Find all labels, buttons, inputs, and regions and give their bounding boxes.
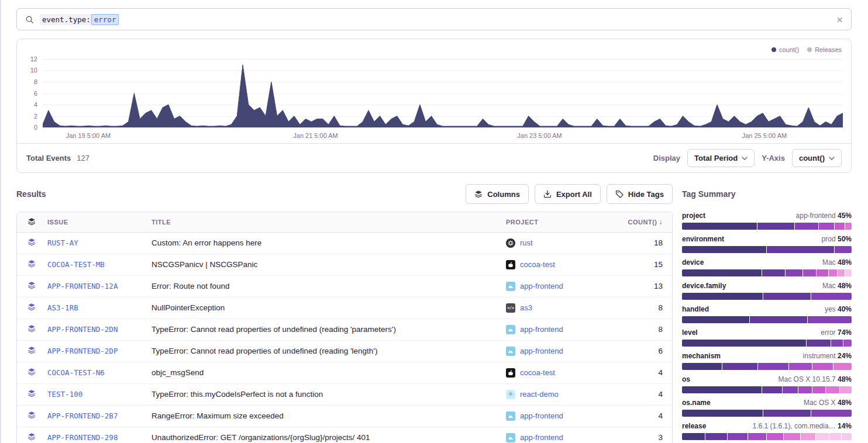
project-link[interactable]: app-frontend	[520, 411, 563, 420]
events-chart-panel: count()Releases 024681012 Jan 19 5:00 AM…	[16, 39, 852, 173]
tag-distribution-bar[interactable]	[682, 410, 852, 417]
tag-distribution-bar[interactable]	[682, 223, 852, 230]
tag-distribution-bar[interactable]	[682, 433, 852, 440]
columns-button[interactable]: Columns	[466, 184, 529, 204]
tag-bar-segment	[682, 293, 763, 300]
column-header-count[interactable]: COUNT()↓	[618, 212, 672, 232]
issue-title: TypeError: this.myCodeIsPerfect is not a…	[151, 390, 323, 399]
y-tick-label: 12	[30, 56, 37, 63]
x-tick-label: Jan 21 5:00 AM	[293, 132, 337, 139]
column-header-title[interactable]: TITLE	[142, 212, 497, 232]
project-icon	[506, 433, 515, 442]
issue-link[interactable]: APP-FRONTEND-298	[47, 433, 118, 442]
column-header-project[interactable]: PROJECT	[497, 212, 618, 232]
export-all-button[interactable]: Export All	[535, 184, 601, 204]
tag-bar-segment	[763, 410, 811, 417]
project-icon	[506, 238, 515, 248]
tag-bar-segment	[798, 386, 812, 393]
issue-title: TypeError: Cannot read properties of und…	[151, 347, 377, 355]
project-link[interactable]: cocoa-test	[520, 260, 555, 269]
project-link[interactable]: app-frontend	[520, 325, 563, 334]
x-tick-label: Jan 25 5:00 AM	[742, 132, 787, 139]
issue-link[interactable]: AS3-1RB	[47, 303, 78, 312]
issue-title: Custom: An error happens here	[151, 238, 261, 247]
issue-link[interactable]: TEST-100	[47, 390, 82, 399]
tag-distribution-bar[interactable]	[682, 340, 852, 347]
tag-name: project	[682, 212, 705, 220]
tag-bar-segment	[817, 269, 828, 276]
tag-bar-segment	[845, 223, 852, 230]
search-bar[interactable]: event.type:error ×	[16, 8, 852, 30]
hide-tags-button[interactable]: Hide Tags	[607, 184, 673, 204]
x-tick-label: Jan 19 5:00 AM	[66, 132, 111, 139]
issue-link[interactable]: COCOA-TEST-MB	[47, 260, 105, 269]
download-icon	[543, 190, 552, 198]
column-header-issue[interactable]: ISSUE	[38, 212, 142, 232]
y-axis-dropdown[interactable]: count()	[792, 149, 842, 167]
tag-bar-segment	[784, 433, 800, 440]
issue-link[interactable]: RUST-AY	[47, 238, 78, 247]
tag-top-value: yes 40%	[825, 305, 852, 313]
issue-link[interactable]: APP-FRONTEND-2DN	[47, 325, 118, 334]
search-query-value[interactable]: error	[91, 14, 119, 25]
tag-distribution-bar[interactable]	[682, 269, 852, 276]
tag-distribution-bar[interactable]	[682, 246, 852, 253]
tag-distribution-bar[interactable]	[682, 293, 852, 300]
project-link[interactable]: app-frontend	[520, 282, 563, 290]
project-icon	[506, 347, 515, 356]
tag-bar-segment	[811, 293, 852, 300]
issue-title: objc_msgSend	[151, 368, 204, 377]
project-link[interactable]: rust	[520, 238, 533, 247]
table-row: TEST-100 TypeError: this.myCodeIsPerfect…	[17, 383, 672, 405]
clear-search-icon[interactable]: ×	[836, 14, 843, 25]
search-query[interactable]: event.type:error	[40, 14, 119, 25]
tag-top-value: app-frontend 45%	[796, 212, 852, 220]
legend-item[interactable]: Releases	[807, 46, 842, 53]
tag-bar-segment	[819, 223, 834, 230]
chevron-down-icon	[742, 157, 748, 160]
tag-bar-segment	[803, 269, 817, 276]
project-link[interactable]: app-frontend	[520, 433, 563, 442]
tag-bar-segment	[767, 433, 783, 440]
tag-name: device	[682, 258, 704, 267]
tag-summary-item: mechanism instrument 24%	[682, 352, 852, 370]
tag-bar-segment	[840, 386, 852, 393]
search-query-key[interactable]: event.type:	[40, 14, 91, 25]
issue-title: NullPointerException	[151, 303, 225, 312]
project-link[interactable]: app-frontend	[520, 347, 563, 355]
tag-summary-item: level error 74%	[682, 328, 852, 347]
tag-distribution-bar[interactable]	[682, 316, 852, 323]
table-row: AS3-1RB NullPointerException </> as3 8	[17, 297, 672, 319]
tag-bar-segment	[835, 223, 845, 230]
project-icon	[506, 368, 515, 378]
issue-link[interactable]: APP-FRONTEND-12A	[47, 282, 118, 290]
event-volume-chart[interactable]	[43, 59, 843, 127]
project-link[interactable]: as3	[520, 303, 532, 312]
tag-summary-item: handled yes 40%	[682, 305, 852, 323]
event-count: 13	[654, 282, 663, 290]
tag-summary-item: device.family Mac 48%	[682, 282, 852, 300]
search-icon	[25, 15, 34, 24]
issue-link[interactable]: APP-FRONTEND-2B7	[47, 411, 118, 420]
tag-distribution-bar[interactable]	[682, 363, 852, 370]
column-header-stack[interactable]	[17, 212, 38, 232]
project-link[interactable]: react-demo	[520, 390, 559, 399]
tag-top-value: Mac 48%	[822, 258, 852, 267]
display-dropdown[interactable]: Total Period	[687, 149, 755, 167]
tag-distribution-bar[interactable]	[682, 386, 852, 393]
tag-bar-segment	[682, 223, 757, 230]
issue-link[interactable]: COCOA-TEST-N6	[47, 368, 105, 377]
chart-footer: Total Events 127 Display Total Period Y-…	[17, 143, 851, 172]
y-tick-label: 4	[34, 101, 37, 108]
tag-name: handled	[682, 305, 709, 313]
project-link[interactable]: cocoa-test	[520, 368, 555, 377]
tag-bar-segment	[835, 246, 852, 253]
tag-bar-segment	[705, 433, 727, 440]
legend-item[interactable]: count()	[771, 46, 799, 53]
layers-icon	[27, 217, 36, 226]
tag-icon	[615, 190, 624, 198]
tag-top-value: Mac 48%	[822, 282, 852, 290]
y-tick-label: 8	[34, 78, 37, 85]
issue-link[interactable]: APP-FRONTEND-2DP	[47, 347, 118, 355]
tag-summary-item: os Mac OS X 10.15.7 48%	[682, 375, 852, 393]
